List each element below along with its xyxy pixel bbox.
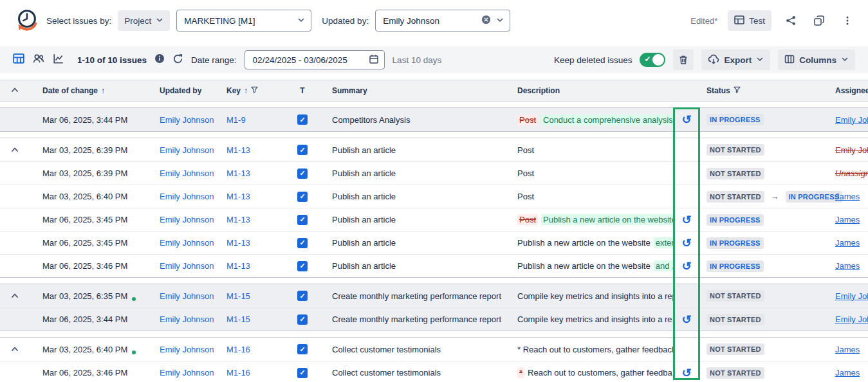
filter-icon[interactable]: [251, 86, 258, 95]
description-cell: Post: [504, 168, 673, 178]
assignee-value[interactable]: Emily Johnson: [835, 314, 868, 324]
updated-by-link[interactable]: Emily Johnson: [160, 145, 214, 155]
description-segment: Compile key metrics and insights into a …: [517, 291, 673, 301]
collapse-chevron-icon[interactable]: [10, 345, 19, 354]
revert-icon[interactable]: ↺: [681, 260, 691, 272]
header-status[interactable]: Status: [700, 86, 826, 95]
revert-icon[interactable]: ↺: [681, 214, 691, 226]
issue-key-link[interactable]: M1-13: [226, 168, 250, 178]
updated-by-link[interactable]: Emily Johnson: [160, 345, 214, 354]
date-range-input[interactable]: 02/24/2025 - 03/06/2025: [245, 50, 385, 69]
key-cell: M1-16: [214, 345, 286, 354]
assignee-cell: James: [826, 368, 868, 377]
assignee-value[interactable]: James: [835, 238, 860, 248]
more-menu-icon[interactable]: [838, 12, 856, 30]
chevron-down-icon: [841, 55, 849, 65]
keep-deleted-toggle[interactable]: ✓: [640, 53, 665, 67]
select-mode-button[interactable]: Project: [118, 10, 170, 31]
status-cell: NOT STARTED→IN PROGRESS: [700, 191, 826, 203]
saved-view-button[interactable]: Test: [728, 10, 771, 31]
assignee-value[interactable]: James: [835, 368, 860, 377]
share-icon[interactable]: [782, 12, 800, 30]
date-range-value: 02/24/2025 - 03/06/2025: [253, 55, 347, 65]
updated-by-link[interactable]: Emily Johnson: [160, 314, 214, 324]
updated-by-link[interactable]: Emily Johnson: [160, 192, 214, 201]
assignee-value[interactable]: James: [835, 192, 860, 201]
issue-key-link[interactable]: M1-13: [226, 261, 250, 271]
collapse-chevron-icon[interactable]: [10, 145, 19, 154]
compare-windows-icon[interactable]: [810, 12, 828, 30]
status-cell: NOT STARTED: [700, 144, 826, 156]
table-view-icon[interactable]: [13, 53, 24, 67]
header-updated-by[interactable]: Updated by: [147, 86, 214, 95]
description-segment: Conduct a comprehensive analysis ...: [541, 114, 673, 125]
change-date: Mar 06, 2025, 3:45 PM: [42, 238, 127, 248]
issue-key-link[interactable]: M1-9: [226, 115, 246, 125]
header-summary[interactable]: Summary: [319, 86, 504, 95]
updated-by-link[interactable]: Emily Johnson: [160, 291, 214, 301]
header-description[interactable]: Description: [504, 86, 673, 95]
chart-view-icon[interactable]: [53, 53, 64, 67]
header-date-of-change[interactable]: Date of change ↑: [30, 86, 147, 95]
updated-by-link[interactable]: Emily Johnson: [160, 115, 214, 125]
revert-icon[interactable]: ↺: [681, 114, 691, 125]
assignee-value[interactable]: James: [835, 345, 860, 354]
issue-key-link[interactable]: M1-16: [226, 368, 250, 377]
issue-key-link[interactable]: M1-13: [226, 215, 250, 224]
header-date-label: Date of change: [42, 86, 98, 95]
export-cloud-icon: [708, 53, 719, 67]
users-view-icon[interactable]: [33, 53, 44, 67]
issue-key-link[interactable]: M1-15: [226, 314, 250, 324]
row-group: Mar 06, 2025, 3:44 PMEmily JohnsonM1-9✓C…: [0, 107, 868, 132]
collapse-all-cell[interactable]: [0, 86, 30, 96]
issue-key-link[interactable]: M1-16: [226, 345, 250, 354]
header-key[interactable]: Key ↑: [214, 86, 286, 95]
collapse-chevron-icon[interactable]: [10, 291, 19, 300]
summary-cell: Competitors Analysis: [319, 115, 504, 125]
revert-icon[interactable]: ↺: [681, 237, 691, 249]
updated-by-link[interactable]: Emily Johnson: [160, 215, 214, 224]
sort-asc-icon[interactable]: ↑: [101, 86, 105, 95]
columns-button[interactable]: Columns: [778, 50, 855, 70]
assignee-value[interactable]: Emily Johnson: [835, 291, 868, 301]
description-cell: * Reach out to customers, gather feedbac…: [504, 345, 673, 354]
export-button[interactable]: Export: [701, 50, 770, 70]
assignee-value[interactable]: Emily Johnson: [835, 115, 868, 125]
updated-by-link[interactable]: Emily Johnson: [160, 261, 214, 271]
sort-asc-icon[interactable]: ↑: [244, 86, 248, 95]
description-segment: exter...: [654, 237, 673, 248]
project-select[interactable]: MARKETING [M1]: [176, 10, 311, 32]
header-assignee[interactable]: Assignee: [826, 86, 868, 95]
issue-key-link[interactable]: M1-13: [226, 238, 250, 248]
refresh-icon[interactable]: [172, 53, 183, 67]
revert-icon[interactable]: ↺: [681, 367, 691, 379]
filter-icon[interactable]: [734, 86, 741, 95]
updated-by-select[interactable]: Emily Johnson: [375, 10, 510, 32]
delete-button[interactable]: [673, 50, 694, 70]
assignee-value[interactable]: James: [835, 215, 860, 224]
task-type-icon: ✓: [297, 291, 308, 301]
updated-by-link[interactable]: Emily Johnson: [160, 238, 214, 248]
issue-key-link[interactable]: M1-13: [226, 192, 250, 201]
table-row: Mar 06, 2025, 3:45 PMEmily JohnsonM1-13✓…: [0, 231, 868, 254]
key-cell: M1-15: [214, 291, 286, 301]
collapse-all-chevron-icon[interactable]: [10, 86, 19, 96]
updated-by-link[interactable]: Emily Johnson: [160, 168, 214, 178]
calendar-icon[interactable]: [369, 54, 379, 66]
updated-by-link[interactable]: Emily Johnson: [160, 368, 214, 377]
assignee-cell: James: [826, 238, 868, 248]
issue-key-link[interactable]: M1-13: [226, 145, 250, 155]
assignee-value[interactable]: James: [835, 261, 860, 271]
change-date: Mar 06, 2025, 3:44 PM: [42, 314, 127, 324]
description-cell: Compile key metrics and insights into a …: [504, 291, 673, 301]
clear-icon[interactable]: [481, 15, 491, 26]
collapse-cell: [0, 291, 30, 300]
issue-key-link[interactable]: M1-15: [226, 291, 250, 301]
header-type[interactable]: T: [286, 86, 319, 95]
row-group: Mar 03, 2025, 6:35 PMEmily JohnsonM1-15✓…: [0, 284, 868, 331]
status-cell: NOT STARTED: [700, 290, 826, 302]
assignee-cell: Emily Johnson: [826, 115, 868, 125]
info-icon[interactable]: [154, 53, 165, 66]
description-segment: Reach out to customers, gather feedba...: [528, 368, 673, 377]
revert-icon[interactable]: ↺: [681, 314, 691, 325]
